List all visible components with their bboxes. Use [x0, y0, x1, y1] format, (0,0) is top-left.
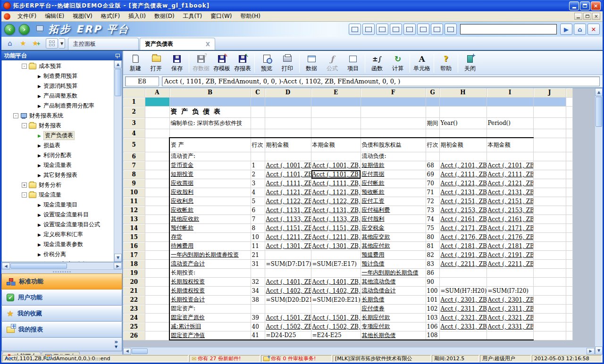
- cell-F1[interactable]: [361, 97, 426, 106]
- cell-H25[interactable]: Acct (, 2331, ZB,: [439, 322, 487, 331]
- menu-item-4[interactable]: 插入(I): [124, 11, 150, 21]
- home-icon[interactable]: ⌂: [5, 38, 15, 49]
- row-header-20[interactable]: 20: [123, 277, 145, 286]
- toolbar-button-关闭[interactable]: 关闭: [460, 52, 480, 74]
- cell-E14[interactable]: Acct (, 1151, ZB,: [311, 223, 361, 232]
- row-header-23[interactable]: 23: [123, 304, 145, 313]
- cell-B25[interactable]: 减:累计拆旧: [169, 322, 251, 331]
- scroll-right-icon[interactable]: ▶: [587, 348, 595, 355]
- cell-D12[interactable]: Acct (, 1131, ZB,: [265, 206, 311, 215]
- cell-A13[interactable]: [145, 215, 169, 223]
- layout-grid-caret[interactable]: ▼: [59, 38, 65, 49]
- cell-C17[interactable]: 21: [251, 250, 265, 259]
- cell-J24[interactable]: [533, 313, 566, 322]
- cell-E17[interactable]: [311, 250, 361, 259]
- tree-item-产品制造费用分配率[interactable]: ▶产品制造费用分配率: [2, 101, 114, 111]
- cell-C25[interactable]: 40: [251, 322, 265, 331]
- cell-D3[interactable]: [265, 117, 311, 129]
- tree-item-财务分析[interactable]: +财务分析: [2, 180, 114, 190]
- tree-item-价税分离[interactable]: ▶价税分离: [2, 249, 114, 259]
- cell-H6[interactable]: [439, 152, 487, 161]
- toolbar-button-预览[interactable]: 预览: [256, 52, 277, 74]
- cell-E18[interactable]: =SUM(E7:E17): [311, 259, 361, 268]
- cell-D22[interactable]: =SUM(D20:D21): [265, 295, 311, 304]
- cell-B22[interactable]: 长期投资合计: [169, 295, 251, 304]
- cell-J5[interactable]: [533, 138, 566, 152]
- accordion-overflow[interactable]: »▾: [1, 338, 122, 351]
- scroll-up-icon[interactable]: ▲: [595, 88, 603, 96]
- cell-D24[interactable]: Acct (, 1501, ZB,: [265, 313, 311, 322]
- menu-item-1[interactable]: 编辑(E): [41, 11, 68, 21]
- star-user-icon[interactable]: [417, 24, 429, 35]
- sheet-vertical-scrollbar[interactable]: ▲ ▼: [595, 88, 603, 355]
- minimize-button[interactable]: [569, 1, 579, 10]
- scroll-thumb[interactable]: [596, 97, 602, 127]
- cell-A24[interactable]: [145, 313, 169, 322]
- cell-A11[interactable]: [145, 197, 169, 206]
- cell-G18[interactable]: 83: [426, 259, 439, 268]
- cell-I21[interactable]: =SUM(I7:I20): [487, 286, 533, 295]
- report-list-icon[interactable]: [431, 24, 443, 35]
- scroll-down-icon[interactable]: ▼: [595, 347, 603, 355]
- tree-item-成本预算[interactable]: -成本预算: [2, 61, 114, 71]
- cell-I17[interactable]: Acct (, 2191, ZB,: [487, 250, 533, 259]
- cell-A22[interactable]: [145, 295, 169, 304]
- cell-I2[interactable]: [487, 106, 533, 117]
- cell-F16[interactable]: 其他应付款: [361, 241, 426, 250]
- cell-F15[interactable]: 其他应交款: [361, 232, 426, 241]
- cell-H2[interactable]: [439, 106, 487, 117]
- cell-I4[interactable]: [487, 129, 533, 138]
- menu-item-2[interactable]: 视图(V): [68, 11, 97, 21]
- cell-J15[interactable]: [533, 232, 566, 241]
- toolbar-button-打开[interactable]: 打开: [146, 52, 167, 74]
- expand-icon[interactable]: +: [22, 182, 27, 188]
- column-header-H[interactable]: H: [439, 88, 487, 97]
- cell-I15[interactable]: Acct (, 2176, ZB,: [487, 232, 533, 241]
- cell-D16[interactable]: Acct (, 1301, ZB,: [265, 241, 311, 250]
- column-header-I[interactable]: I: [487, 88, 533, 97]
- cell-J11[interactable]: [533, 197, 566, 206]
- column-header-B[interactable]: B: [169, 88, 251, 97]
- cell-A9[interactable]: [145, 179, 169, 188]
- cell-E4[interactable]: [311, 129, 361, 138]
- cell-A10[interactable]: [145, 188, 169, 197]
- tree-item-利润分配表[interactable]: ▶利润分配表: [2, 150, 114, 160]
- cell-D23[interactable]: [265, 304, 311, 313]
- tree-item-损益表[interactable]: ▶损益表: [2, 141, 114, 150]
- cell-C22[interactable]: 38: [251, 295, 265, 304]
- menu-item-8[interactable]: 帮助(H): [236, 11, 265, 21]
- toolbar-button-新建[interactable]: 新建: [125, 52, 146, 74]
- select-all-corner[interactable]: [123, 88, 145, 97]
- scroll-thumb[interactable]: [10, 263, 67, 269]
- collapse-icon[interactable]: -: [22, 192, 27, 198]
- cell-J16[interactable]: [533, 241, 566, 250]
- cell-C20[interactable]: 32: [251, 277, 265, 286]
- row-header-22[interactable]: 22: [123, 295, 145, 304]
- cell-I1[interactable]: [487, 97, 533, 106]
- tab-主控面板[interactable]: 主控面板: [68, 38, 139, 50]
- scroll-thumb[interactable]: [132, 348, 148, 354]
- layout-grid-button[interactable]: [46, 38, 58, 49]
- cell-G12[interactable]: 73: [426, 206, 439, 215]
- toolbar-button-保存[interactable]: 保存: [167, 52, 187, 74]
- cell-J26[interactable]: [533, 331, 566, 340]
- row-header-13[interactable]: 13: [123, 215, 145, 223]
- tree-item-现金流量表参数[interactable]: ▶现金流量表参数: [2, 240, 114, 249]
- star-icon[interactable]: ★: [18, 38, 28, 49]
- toolbar-button-数据[interactable]: 数据: [301, 52, 322, 74]
- cell-A3[interactable]: [145, 117, 169, 129]
- cell-E26[interactable]: =E24-E25: [311, 331, 361, 340]
- cell-J23[interactable]: [533, 304, 566, 313]
- cell-A23[interactable]: [145, 304, 169, 313]
- cell-D2[interactable]: [265, 106, 311, 117]
- cell-G3[interactable]: 期间: [426, 117, 439, 129]
- tree-item-现金流量表[interactable]: ▶现金流量表: [2, 160, 114, 170]
- cell-F21[interactable]: 流动负债合计: [361, 286, 426, 295]
- tree-item-设置现金流量科目[interactable]: ▶设置现金流量科目: [2, 210, 114, 220]
- cell-J18[interactable]: [533, 259, 566, 268]
- cell-I3[interactable]: Period(): [487, 117, 533, 129]
- cell-C14[interactable]: 8: [251, 223, 265, 232]
- cell-C5[interactable]: 行次: [251, 138, 265, 152]
- cell-F25[interactable]: 专项应付款: [361, 322, 426, 331]
- workstation-icon[interactable]: [35, 25, 44, 33]
